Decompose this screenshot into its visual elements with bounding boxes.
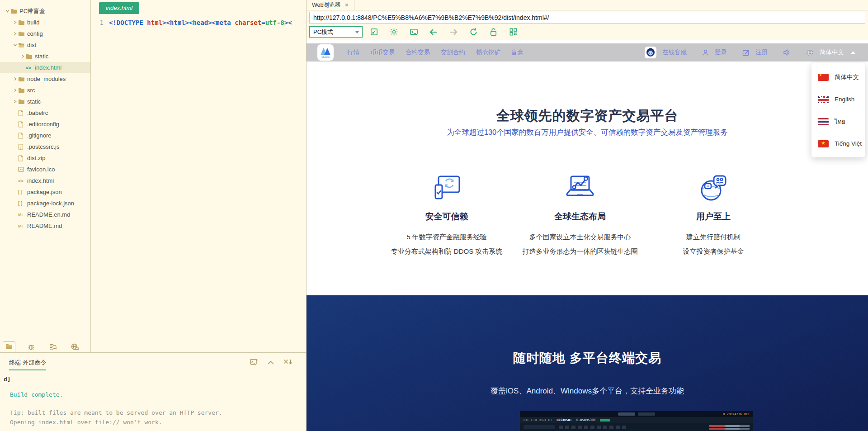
close-terminal-icon[interactable] (283, 359, 292, 367)
global-ecology-icon (517, 172, 643, 204)
tree-item-static[interactable]: static (0, 96, 90, 107)
line-number: 1 (91, 17, 104, 28)
ide-window: PC带盲盒buildconfigdiststatic<>index.htmlno… (0, 0, 868, 431)
nav-link-交割合约[interactable]: 交割合约 (441, 48, 465, 57)
globe-icon (806, 49, 814, 57)
preview-search-box (524, 425, 555, 429)
tree-item-.gitignore[interactable]: .gitignore (0, 130, 90, 141)
tree-item-label: index.html (35, 64, 61, 71)
chevron-right-icon[interactable] (12, 77, 18, 81)
chevron-down-icon[interactable] (5, 9, 10, 13)
nav-link-合约交易[interactable]: 合约交易 (406, 48, 430, 57)
tree-item-static[interactable]: static (0, 51, 90, 62)
flag-vn-icon (818, 140, 829, 147)
tree-item-package-lock.json[interactable]: [ ]package-lock.json (0, 198, 90, 209)
tree-item-.postcssrc.js[interactable]: j.postcssrc.js (0, 141, 90, 152)
code-token: html (147, 19, 162, 26)
terminal-tab[interactable]: 终端-外部命令 (9, 359, 46, 370)
customer-service-avatar-icon[interactable] (645, 47, 656, 58)
site-navbar: Mucion 行情币币交易合约交易交割合约锁仓挖矿盲盒 在线 (307, 43, 868, 62)
login-link[interactable]: 登录 (715, 48, 727, 57)
preview-grid-icon[interactable] (509, 28, 518, 37)
code-token: ><html><head><meta (162, 19, 235, 26)
chevron-down-icon[interactable] (12, 43, 18, 47)
forward-icon[interactable] (449, 28, 458, 37)
register-link[interactable]: 注册 (755, 48, 768, 57)
code-editor: index.html 1 <!DOCTYPE html><html><head>… (90, 0, 306, 352)
preview-change-badge (600, 419, 610, 422)
lock-icon[interactable] (489, 28, 498, 37)
nav-link-币币交易[interactable]: 币币交易 (370, 48, 395, 57)
tree-item-.editorconfig[interactable]: .editorconfig (0, 118, 90, 130)
debug-panel-icon[interactable] (25, 341, 37, 351)
folder-icon (18, 99, 27, 104)
nav-link-盲盒[interactable]: 盲盒 (511, 48, 524, 57)
tree-item-README.en.md[interactable]: M↓README.en.md (0, 209, 90, 220)
tree-item-PC带盲盒[interactable]: PC带盲盒 (0, 5, 90, 17)
language-option-vn[interactable]: Tiếng Việt (811, 133, 865, 155)
browser-tab[interactable]: Web浏览器 ✕ (307, 0, 354, 10)
md-file-icon: M↓ (18, 213, 27, 217)
language-option-th[interactable]: ไทย (811, 110, 865, 133)
code-token: charset (235, 19, 261, 26)
terminal-icon[interactable] (409, 28, 418, 37)
files-panel-icon[interactable] (3, 341, 15, 352)
feature-security: 安全可信赖 5 年数字资产金融服务经验 专业分布式架构和防 DDOS 攻击系统 (383, 172, 510, 256)
chevron-right-icon[interactable] (12, 32, 18, 36)
tree-item-config[interactable]: config (0, 28, 90, 39)
web-panel-icon[interactable] (69, 341, 80, 351)
site-logo[interactable]: Mucion (317, 44, 334, 61)
user-first-icon (650, 172, 777, 204)
new-terminal-icon[interactable] (250, 358, 258, 367)
tree-item-index.html[interactable]: <>index.html (0, 175, 90, 186)
chevron-right-icon[interactable] (20, 54, 26, 58)
settings-icon[interactable] (389, 28, 398, 37)
tree-item-label: src (27, 87, 35, 94)
tree-item-.babelrc[interactable]: .babelrc (0, 107, 90, 118)
preview-market-tabs: BTC ETH USDT HT (524, 418, 552, 422)
chevron-right-icon[interactable] (12, 88, 18, 92)
chevron-right-icon[interactable] (12, 99, 18, 104)
hero-title: 全球领先的数字资产交易平台 (307, 107, 868, 125)
language-option-gb[interactable]: English (811, 88, 865, 110)
close-icon[interactable]: ✕ (344, 2, 349, 8)
tree-item-build[interactable]: build (0, 17, 90, 28)
refresh-icon[interactable] (469, 28, 478, 37)
feature-line: 打造多业务形态为一体的区块链生态圈 (517, 247, 643, 256)
json-file-icon: [ ] (18, 189, 27, 194)
editor-tab-index-html[interactable]: index.html (99, 2, 139, 14)
user-icon (702, 49, 709, 56)
tree-item-dist.zip[interactable]: dist.zip (0, 152, 90, 164)
code-token: <!DOCTYPE (109, 19, 147, 26)
search-panel-icon[interactable] (47, 341, 59, 351)
tree-item-src[interactable]: src (0, 85, 90, 96)
language-option-cn[interactable]: 简体中文 (811, 66, 865, 88)
js-file-icon: j (18, 144, 27, 150)
collapse-panel-icon[interactable] (267, 359, 274, 367)
nav-link-行情[interactable]: 行情 (347, 48, 359, 57)
tree-item-package.json[interactable]: [ ]package.json (0, 186, 90, 198)
language-selector[interactable]: 简体中文 (820, 48, 844, 57)
feature-user: 用户至上 建立先行赔付机制 设立投资者保护基金 (650, 172, 777, 256)
customer-service-link[interactable]: 在线客服 (662, 48, 687, 57)
file-tree: PC带盲盒buildconfigdiststatic<>index.htmlno… (0, 0, 90, 232)
nav-link-锁仓挖矿[interactable]: 锁仓挖矿 (476, 48, 500, 57)
announcement-speaker-icon[interactable] (783, 49, 791, 56)
back-icon[interactable] (429, 28, 438, 37)
preview-balance: 0.28874216 BTC (723, 412, 750, 416)
tree-item-favicon.ico[interactable]: favicon.ico (0, 164, 90, 175)
folder-icon (18, 31, 27, 37)
tree-item-README.md[interactable]: M↓README.md (0, 220, 90, 232)
tree-item-node_modules[interactable]: node_modules (0, 73, 90, 85)
tree-item-label: static (27, 98, 41, 105)
open-external-icon[interactable] (369, 28, 378, 37)
platform-section: 随时随地 多平台终端交易 覆盖iOS、Android、Windows多个平台，支… (307, 295, 868, 431)
url-text: http://127.0.0.1:8848/PC%E5%B8%A6%E7%9B%… (313, 14, 549, 21)
mode-select[interactable]: PC模式 (309, 26, 363, 38)
code-area[interactable]: 1 <!DOCTYPE html><html><head><meta chars… (91, 17, 306, 28)
chevron-right-icon[interactable] (12, 20, 18, 24)
tree-item-dist[interactable]: dist (0, 39, 90, 51)
tree-item-index.html[interactable]: <>index.html (0, 62, 90, 73)
feature-title: 全球生态布局 (517, 211, 643, 223)
address-bar[interactable]: http://127.0.0.1:8848/PC%E5%B8%A6%E7%9B%… (309, 12, 865, 24)
